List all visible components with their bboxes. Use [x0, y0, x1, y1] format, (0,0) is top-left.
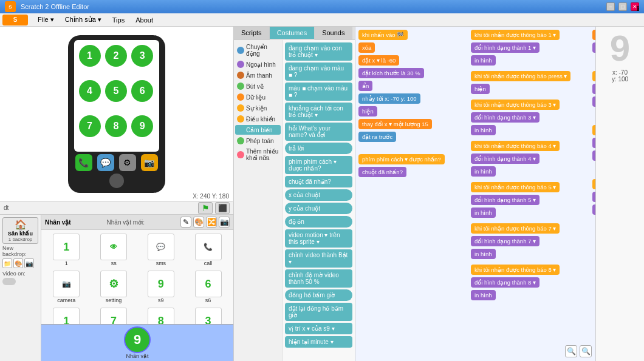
palette-block-4[interactable]: hỏi What's your name? và đợi [285, 123, 352, 141]
category-4[interactable]: Dữ liệu [235, 92, 281, 102]
selected-sprite-item[interactable]: 9 Nhân vật [41, 324, 233, 361]
category-5[interactable]: Sự kiện [235, 103, 281, 113]
menu-tips[interactable]: Tips [108, 15, 129, 25]
script-block-col3-6[interactable]: đổi hình dạng thành 2 ▾ [592, 138, 595, 148]
backdrop-paint[interactable]: 🎨 [13, 258, 23, 268]
script-block-col1-4[interactable]: ẩn [358, 81, 372, 91]
script-block-col1-9[interactable]: phím phím cách ▾ được nhấn? [358, 154, 445, 164]
script-block-col3-5[interactable]: khi tôi nhận được thông báo 2 ▾ [592, 125, 595, 135]
category-8[interactable]: Phép toán [235, 136, 281, 146]
script-block-col2-17[interactable]: khi tôi nhận được thông báo 8 ▾ [471, 265, 560, 275]
sprite-item-ss[interactable]: 👁 ss [91, 232, 137, 268]
new-sprite-camera[interactable]: 📷 [219, 217, 230, 228]
script-block-col2-15[interactable]: đổi hình dạng thành 7 ▾ [471, 236, 540, 246]
sprite-item-setting[interactable]: ⚙ setting [91, 269, 137, 305]
script-block-col1-3[interactable]: đặt kích thước là 30 % [358, 68, 424, 78]
script-block-col3-9[interactable]: đổi hình dạng thành 6 ▾ [592, 192, 595, 202]
backdrop-from-file[interactable]: 📁 [2, 258, 12, 268]
backdrop-camera[interactable]: 📷 [24, 258, 34, 268]
menu-about[interactable]: About [131, 15, 158, 25]
palette-block-15[interactable]: đặt lại đồng hồ bấm giờ [285, 303, 352, 321]
script-block-col2-3[interactable]: khi tôi nhận được thông báo press ▾ [471, 71, 570, 81]
script-block-col1-6[interactable]: hiện [358, 106, 377, 116]
tab-costumes[interactable]: Costumes [270, 27, 315, 39]
category-7[interactable]: Cảm biến [235, 125, 281, 135]
palette-block-17[interactable]: hiện tại minute ▾ [285, 336, 352, 348]
palette-block-6[interactable]: phím phím cách ▾ được nhấn? [285, 156, 352, 174]
script-block-col2-13[interactable]: in hình [471, 207, 496, 218]
new-sprite-random[interactable]: 🔀 [206, 217, 217, 228]
script-block-col2-14[interactable]: khi tôi nhận được thông báo 7 ▾ [471, 223, 560, 234]
script-block-col2-19[interactable]: in hình [471, 290, 496, 300]
menu-edit[interactable]: Chỉnh sửa ▾ [60, 15, 106, 25]
script-block-col3-3[interactable]: đổi hình dạng thành 9 ▾ [592, 84, 595, 94]
script-block-col2-11[interactable]: khi tôi nhận được thông báo 5 ▾ [471, 182, 560, 192]
palette-block-10[interactable]: độ ồn [285, 216, 352, 228]
sprite-item-sms[interactable]: 💬 sms [139, 232, 184, 268]
minimize-button[interactable]: − [606, 2, 615, 11]
palette-block-3[interactable]: khoảng cách tới con trỏ chuột ▾ [285, 103, 352, 121]
stop-button[interactable]: ⬛ [215, 202, 230, 214]
script-block-col3-0[interactable]: thay đổi x ▾ một lượng 10 [592, 30, 595, 40]
script-block-col2-6[interactable]: đổi hình dạng thành 3 ▾ [471, 112, 540, 123]
script-block-col1-7[interactable]: thay đổi x ▾ một lượng 15 [358, 119, 432, 129]
green-flag-button[interactable]: ⚑ [198, 202, 213, 214]
category-2[interactable]: Âm thanh [235, 70, 281, 80]
palette-block-14[interactable]: đồng hồ bấm giờ [285, 289, 352, 301]
palette-block-0[interactable]: đang chạm vào con trỏ chuột ▾ [285, 42, 352, 61]
sprite-item-s8[interactable]: 8 s8 [139, 306, 184, 324]
tab-sounds[interactable]: Sounds [315, 27, 352, 39]
category-0[interactable]: Chuyển động [235, 42, 281, 58]
script-block-col1-10[interactable]: chuột đã nhấn? [358, 167, 406, 177]
palette-block-11[interactable]: video motion ▾ trên this sprite ▾ [285, 229, 352, 248]
script-block-col2-1[interactable]: đổi hình dạng thành 1 ▾ [471, 42, 540, 53]
script-block-col1-2[interactable]: đặt x ▾ là -60 [358, 55, 399, 66]
sprite-item-s7[interactable]: 7 s7 [91, 306, 137, 324]
maximize-button[interactable]: □ [618, 2, 627, 11]
script-block-col3-2[interactable]: khi tôi nhận được thông báo 9 ▾ [592, 71, 595, 81]
menu-file[interactable]: File ▾ [33, 15, 59, 25]
category-3[interactable]: Bút vẽ [235, 81, 281, 91]
sprite-item-s6[interactable]: 6 s6 [185, 269, 231, 305]
palette-block-8[interactable]: x của chuột [285, 189, 352, 201]
palette-block-13[interactable]: chỉnh độ mờ video thành 50 % [285, 269, 352, 288]
video-toggle-switch[interactable] [2, 278, 16, 285]
script-block-col3-10[interactable]: in hình [592, 204, 595, 215]
palette-block-9[interactable]: y của chuột [285, 203, 352, 214]
sprite-item-s3[interactable]: 3 s3 [185, 306, 231, 324]
script-block-col2-9[interactable]: đổi hình dạng thành 4 ▾ [471, 154, 540, 164]
stage-backdrop[interactable]: 🏠 Sân khấu 1 backdrop [2, 217, 38, 244]
script-block-col1-5[interactable]: nhảy tới x: -70 y: 100 [358, 93, 420, 104]
script-block-col2-2[interactable]: in hình [471, 55, 496, 66]
palette-block-7[interactable]: chuột đã nhấn? [285, 176, 352, 187]
script-block-col2-18[interactable]: đổi hình dạng thành 8 ▾ [471, 277, 540, 288]
palette-block-1[interactable]: đang chạm vào màu ■ ? [285, 62, 352, 81]
script-block-col1-8[interactable]: đặt ra trước [358, 132, 396, 142]
category-1[interactable]: Ngoại hình [235, 59, 281, 69]
script-block-col1-1[interactable]: xóa [358, 42, 375, 53]
new-sprite-file[interactable]: ✎ [180, 217, 191, 228]
sprite-item-camera[interactable]: 📷 camera [44, 269, 89, 305]
sprite-item-1[interactable]: 1 1 [44, 232, 89, 268]
script-block-col1-0[interactable]: khi nhấn vào 🏁 [358, 30, 408, 40]
script-block-col3-8[interactable]: khi tôi nhận được thông báo 6 ▾ [592, 179, 595, 189]
info-icon[interactable]: ℹ [637, 5, 639, 13]
script-block-col2-12[interactable]: đổi hình dạng thành 5 ▾ [471, 195, 540, 205]
script-block-col2-10[interactable]: in hình [471, 166, 496, 177]
category-6[interactable]: Điều khiển [235, 114, 281, 124]
script-block-col2-0[interactable]: khi tôi nhận được thông báo 1 ▾ [471, 30, 560, 40]
script-block-col2-7[interactable]: in hình [471, 125, 496, 135]
script-block-col2-8[interactable]: khi tôi nhận được thông báo 4 ▾ [471, 141, 560, 151]
palette-block-12[interactable]: chỉnh video thành Bật ▾ [285, 249, 352, 268]
script-block-col2-16[interactable]: in hình [471, 249, 496, 259]
script-block-col3-1[interactable]: tạo bản sao từ myself ▾ [592, 42, 595, 53]
script-block-col3-7[interactable]: in hình [592, 150, 595, 161]
zoom-out-button[interactable]: 🔍 [565, 345, 577, 357]
script-block-col3-4[interactable]: in hình [592, 96, 595, 107]
zoom-in-button[interactable]: 🔍 [580, 345, 592, 357]
category-9[interactable]: Thêm nhiều khối nữa [235, 147, 281, 163]
sprite-item-call[interactable]: 📞 call [185, 232, 231, 268]
new-sprite-paint[interactable]: 🎨 [193, 217, 204, 228]
script-block-col2-4[interactable]: hiện [471, 84, 490, 94]
tab-scripts[interactable]: Scripts [234, 27, 270, 39]
